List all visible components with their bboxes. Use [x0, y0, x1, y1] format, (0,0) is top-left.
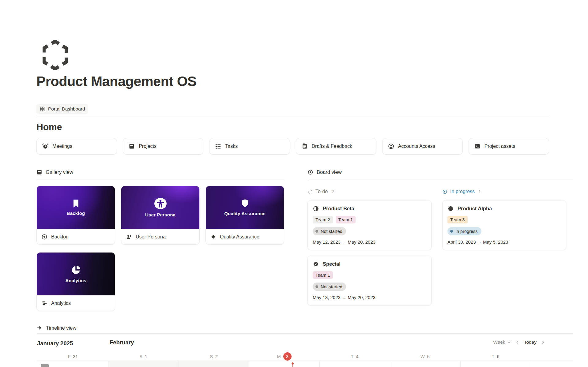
- status-badge: Not started: [313, 283, 346, 291]
- day-letter: W: [420, 354, 425, 359]
- today-button[interactable]: Today: [524, 339, 537, 345]
- card-status-row: Not started: [313, 283, 426, 291]
- tab-label: Portal Dashboard: [48, 106, 85, 112]
- column-count: 1: [478, 189, 481, 194]
- gallery-card-quality-assurance[interactable]: Quality Assurance Quality Assurance: [205, 186, 284, 245]
- grid-cell: [319, 361, 390, 367]
- gallery-caption-row: User Persona: [121, 229, 199, 245]
- cover-label: Quality Assurance: [224, 211, 266, 216]
- day-letter: M: [277, 354, 281, 359]
- board-column-header-in-progress[interactable]: In progress 1: [442, 188, 566, 196]
- card-date-range: May 12, 2023 → May 20, 2023: [313, 239, 426, 245]
- day-number: 4: [356, 354, 358, 359]
- gallery-view-header-row: Gallery view: [36, 168, 285, 180]
- chevron-right-icon[interactable]: [541, 340, 545, 344]
- cover-label: User Persona: [145, 212, 175, 217]
- board-columns: To-do 2 Product Beta Team 2 Team 1: [307, 188, 573, 305]
- status-badge: In progress: [447, 227, 481, 235]
- status-label: Not started: [321, 284, 342, 289]
- day-letter: S: [210, 354, 213, 359]
- dashed-circle-icon: [307, 189, 313, 194]
- cover-label: Analytics: [65, 278, 86, 283]
- tag-pill: Team 3: [447, 216, 468, 223]
- board-card-product-alpha[interactable]: Product Alpha Team 3 In progress April 3…: [442, 200, 566, 250]
- arrow-right-icon: [36, 325, 43, 331]
- day-letter: F: [68, 354, 71, 359]
- gallery-cover-quality-assurance: Quality Assurance: [206, 186, 284, 229]
- day-number: 5: [427, 354, 430, 359]
- card-title-row: Special: [313, 260, 426, 268]
- half-circle-icon: [313, 205, 319, 212]
- day-letter: T: [492, 354, 495, 359]
- gallery-cover-user-persona: User Persona: [121, 186, 199, 229]
- verified-badge-icon: [313, 261, 319, 267]
- alarm-clock-icon: [42, 143, 48, 149]
- gallery-view-label: Gallery view: [46, 169, 73, 175]
- chevron-down-icon: [507, 340, 511, 344]
- gallery-cover-backlog: Backlog: [37, 186, 115, 229]
- tab-portal-dashboard[interactable]: Portal Dashboard: [36, 104, 88, 114]
- grid-cell: [249, 361, 319, 367]
- timeline-month-secondary: February: [110, 339, 134, 346]
- board-view-tab[interactable]: Board view: [307, 168, 573, 176]
- quick-link-label: Tasks: [225, 144, 238, 149]
- day-number: 31: [73, 354, 78, 359]
- status-dot-icon: [315, 285, 318, 288]
- column-name: In progress: [450, 189, 475, 194]
- timeline-item-stub: [41, 364, 49, 367]
- board-view-header-row: Board view: [307, 168, 573, 180]
- gallery-card-analytics[interactable]: Analytics Analytics: [36, 252, 115, 311]
- board-card-product-beta[interactable]: Product Beta Team 2 Team 1 Not started: [307, 200, 432, 250]
- column-count: 2: [331, 189, 334, 194]
- grid-cell: [390, 361, 460, 367]
- tag-pill: Team 1: [336, 216, 356, 223]
- gallery-card-backlog[interactable]: Backlog Backlog: [36, 186, 115, 245]
- chevron-left-icon[interactable]: [515, 340, 519, 344]
- board-column-header-todo[interactable]: To-do 2: [307, 188, 432, 196]
- today-badge: 3: [283, 352, 292, 361]
- timeline-view-header-row: Timeline view: [36, 324, 573, 334]
- day-label: T 6: [460, 352, 531, 361]
- page: Product Management OS Portal Dashboard H…: [0, 0, 588, 367]
- timeline-view-tab[interactable]: Timeline view: [36, 324, 573, 331]
- grid-cell-weekend: [179, 361, 249, 367]
- card-tags: Team 2 Team 1: [313, 216, 426, 223]
- column-name: To-do: [315, 189, 328, 194]
- board-card-special[interactable]: Special Team 1 Not started May 13, 2023 …: [307, 256, 432, 305]
- timeline-section: Timeline view January 2025 February Week…: [36, 324, 573, 367]
- card-status-row: Not started: [313, 227, 426, 235]
- gallery-icon: [36, 169, 42, 175]
- tag-pill: Team 1: [313, 271, 333, 279]
- meetings-button[interactable]: Meetings: [36, 138, 117, 155]
- timeline-month-primary: January 2025: [37, 340, 73, 347]
- filled-circle-icon: [447, 205, 454, 212]
- gallery-card-user-persona[interactable]: User Persona User Persona: [121, 186, 200, 245]
- range-label: Week: [493, 339, 505, 345]
- card-tags: Team 1: [313, 271, 426, 279]
- card-status-row: In progress: [447, 227, 561, 235]
- timeline-view-label: Timeline view: [46, 325, 76, 331]
- quick-link-label: Meetings: [52, 144, 72, 149]
- card-tags: Team 3: [447, 216, 561, 223]
- grid-cell: [531, 361, 573, 367]
- card-date-range: April 30, 2023 → May 5, 2023: [447, 239, 561, 245]
- drafts-feedback-button[interactable]: Drafts & Feedback: [296, 138, 376, 155]
- grid-cell-weekend: [108, 361, 179, 367]
- accounts-access-button[interactable]: Accounts Access: [382, 138, 463, 155]
- tasks-button[interactable]: Tasks: [209, 138, 290, 155]
- projects-button[interactable]: Projects: [123, 138, 203, 155]
- caption-label: User Persona: [136, 234, 166, 240]
- view-tabbar: Portal Dashboard: [36, 103, 549, 116]
- day-number: 2: [215, 354, 218, 359]
- quick-link-label: Accounts Access: [398, 144, 435, 149]
- card-title-row: Product Alpha: [447, 205, 561, 212]
- day-label: W 5: [390, 352, 460, 361]
- status-label: Not started: [321, 229, 342, 234]
- gallery-view-tab[interactable]: Gallery view: [36, 168, 285, 176]
- project-assets-button[interactable]: Project assets: [469, 138, 549, 155]
- terminal-icon: [474, 143, 481, 149]
- caption-label: Analytics: [51, 301, 71, 306]
- page-title: Product Management OS: [36, 73, 196, 89]
- range-select[interactable]: Week: [493, 339, 511, 345]
- card-date-range: May 13, 2023 → May 20, 2023: [313, 295, 426, 300]
